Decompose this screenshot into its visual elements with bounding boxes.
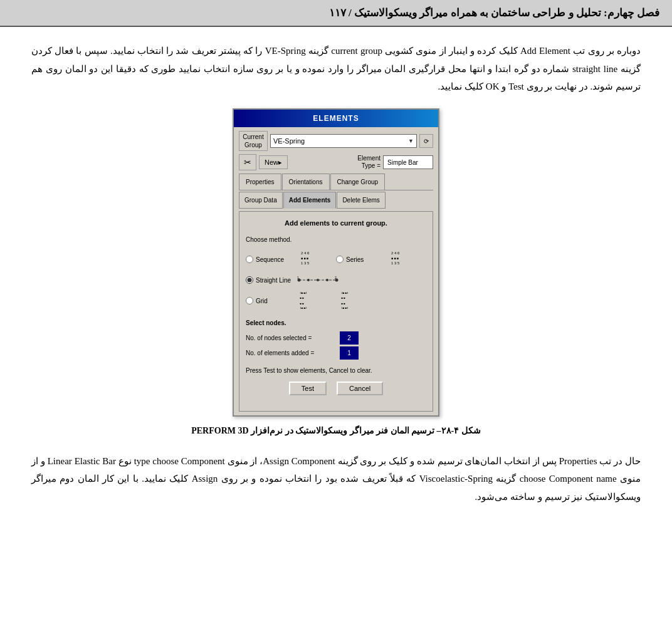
element-type-label: ElementType = (357, 155, 381, 170)
straight-line-label: Straight Line (256, 274, 293, 286)
sequence-radio[interactable] (246, 256, 253, 263)
subtab-delete-elems[interactable]: Delete Elems (337, 192, 385, 209)
grid-row: Grid 3■ ■4 ■ ■ ■ ■ 1■ ■2 2■ ■4 ■ ■ (246, 291, 426, 311)
nodes-selected-row: No. of nodes selected = 2 (246, 331, 426, 345)
paragraph-1: دوباره بر روی تب Add Element کلیک کرده و… (31, 42, 641, 96)
svg-text:1■  ■2: 1■ ■2 (300, 307, 307, 310)
cancel-button[interactable]: Cancel (337, 382, 383, 395)
elements-added-value: 1 (340, 346, 359, 360)
sequence-row: Sequence 2 4 6 ■ ■ ■ 1 3 5 Series 2 4 6 (246, 249, 426, 269)
main-content: دوباره بر روی تب Add Element کلیک کرده و… (0, 27, 672, 532)
grid-pattern-2-icon: 2■ ■4 ■ ■ ■ ■ 1■ ■3 (337, 291, 369, 311)
straight-line-radio[interactable] (246, 276, 253, 284)
grid-label: Grid (256, 295, 293, 307)
press-test-message: Press Test to show elements, Cancel to c… (246, 365, 426, 377)
scissors-icon[interactable]: ✂ (239, 154, 256, 170)
sub-tab-bar: Group Data Add Elements Delete Elems (239, 192, 433, 209)
series-radio[interactable] (336, 256, 344, 263)
tab-properties[interactable]: Properties (239, 174, 281, 190)
subtab-add-elements[interactable]: Add Elements (283, 192, 337, 209)
svg-text:■  ■: ■ ■ (341, 302, 345, 305)
svg-text:2 4 6: 2 4 6 (391, 251, 400, 255)
series-label: Series (346, 254, 384, 266)
svg-text:2: 2 (335, 276, 337, 279)
nodes-selected-label: No. of nodes selected = (246, 332, 340, 344)
tab-change-group[interactable]: Change Group (330, 174, 386, 190)
current-group-dropdown[interactable]: VE-Spring ▼ (270, 134, 417, 148)
figure-caption: شکل ۴-۲۸– ترسیم المان فنر میراگر ویسکوال… (191, 423, 481, 440)
test-button[interactable]: Test (289, 382, 327, 395)
element-type-text: Simple Bar (387, 157, 418, 169)
element-type-box: ElementType = Simple Bar (357, 155, 433, 170)
dropdown-arrow-icon: ▼ (408, 136, 414, 147)
para1-text: دوباره بر روی تب Add Element کلیک کرده و… (31, 46, 641, 91)
svg-text:■ ■ ■: ■ ■ ■ (391, 256, 399, 260)
svg-text:3■  ■4: 3■ ■4 (300, 291, 307, 294)
svg-text:■ ■ ■: ■ ■ ■ (301, 256, 308, 260)
svg-text:■  ■: ■ ■ (300, 297, 304, 300)
svg-text:2 4 6: 2 4 6 (301, 251, 310, 255)
svg-text:1 3 5: 1 3 5 (391, 261, 400, 265)
panel-title: Add elements to current group. (246, 217, 426, 230)
svg-text:■  ■: ■ ■ (341, 297, 345, 300)
dialog-titlebar: ELEMENTS (234, 110, 438, 128)
new-element-row: ✂ New▸ ElementType = Simple Bar (239, 154, 433, 170)
series-pattern-icon: 2 4 6 ■ ■ ■ 1 3 5 (386, 249, 417, 269)
element-type-value: Simple Bar (383, 155, 433, 169)
new-button[interactable]: New▸ (259, 155, 288, 169)
tab-orientations[interactable]: Orientations (282, 174, 330, 190)
svg-text:1■  ■3: 1■ ■3 (341, 307, 349, 310)
svg-text:1 3 5: 1 3 5 (301, 261, 310, 265)
dialog-title-text: ELEMENTS (313, 114, 359, 123)
current-group-row: CurrentGroup VE-Spring ▼ ⟳ (239, 131, 433, 151)
figure-container: ELEMENTS CurrentGroup VE-Spring ▼ ⟳ ✂ Ne… (31, 108, 641, 440)
select-nodes-label: Select nodes. (246, 317, 426, 329)
svg-point-10 (326, 279, 328, 281)
dropdown-value: VE-Spring (273, 135, 305, 148)
nodes-selected-value: 2 (340, 331, 359, 345)
sequence-label: Sequence (256, 254, 293, 266)
grid-radio[interactable] (246, 297, 253, 304)
grid-pattern-1-icon: 3■ ■4 ■ ■ ■ ■ 1■ ■2 (296, 291, 327, 311)
tab-bar: Properties Orientations Change Group (239, 174, 433, 190)
dialog-body: CurrentGroup VE-Spring ▼ ⟳ ✂ New▸ Elemen… (234, 127, 438, 415)
header-bar: فصل چهارم: تحلیل و طراحی ساختمان به همرا… (0, 0, 672, 27)
elements-dialog[interactable]: ELEMENTS CurrentGroup VE-Spring ▼ ⟳ ✂ Ne… (233, 108, 439, 417)
current-group-label: CurrentGroup (239, 131, 268, 151)
straight-line-pattern-icon: 1 2 (296, 273, 340, 287)
svg-point-9 (317, 279, 319, 281)
panel-content: Add elements to current group. Choose me… (239, 211, 433, 412)
paragraph-2: حال در تب Properties پس از انتخاب المان‌… (31, 452, 641, 506)
straight-line-row: Straight Line 1 2 (246, 273, 426, 287)
button-row: Test Cancel (246, 382, 426, 395)
refresh-icon-btn[interactable]: ⟳ (419, 134, 433, 148)
svg-text:■  ■: ■ ■ (300, 302, 304, 305)
choose-method-label: Choose method. (246, 234, 426, 246)
svg-point-8 (307, 279, 310, 281)
elements-added-label: No. of elements added = (246, 347, 340, 359)
elements-added-row: No. of elements added = 1 (246, 346, 426, 360)
para2-text: حال در تب Properties پس از انتخاب المان‌… (31, 456, 641, 502)
sequence-pattern-icon: 2 4 6 ■ ■ ■ 1 3 5 (296, 249, 327, 269)
svg-text:2■  ■4: 2■ ■4 (341, 291, 349, 294)
svg-text:1: 1 (297, 276, 299, 279)
header-text: فصل چهارم: تحلیل و طراحی ساختمان به همرا… (329, 7, 659, 19)
subtab-group-data[interactable]: Group Data (239, 192, 283, 209)
